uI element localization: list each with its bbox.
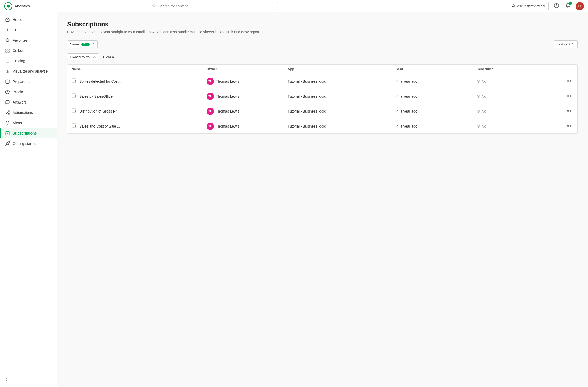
cell-name-3: Sales and Cost of Sale ... — [72, 123, 207, 129]
sent-time: a year ago — [400, 124, 417, 128]
owner-avatar-0: TL — [207, 78, 214, 85]
chart-bar-icon — [72, 108, 77, 114]
bell-icon — [5, 120, 10, 125]
check-icon: ✓ — [396, 79, 399, 83]
sidebar-item-create[interactable]: Create — [0, 25, 57, 35]
search-input[interactable] — [158, 4, 275, 8]
cell-sent-2: ✓ a year ago — [396, 109, 477, 113]
owner-avatar-2: TL — [207, 108, 214, 115]
sidebar-item-collections[interactable]: Collections — [0, 45, 57, 56]
qlik-logo-icon — [4, 2, 12, 10]
table-row: Sales and Cost of Sale ... TL Thomas Lew… — [67, 119, 577, 133]
sidebar-item-favorites[interactable]: Favorites — [0, 35, 57, 45]
col-sent: Sent — [396, 67, 477, 71]
table-row: Distribution of Gross Pr... TL Thomas Le… — [67, 104, 577, 119]
sidebar: Home Create Favorites Collections Catalo… — [0, 12, 57, 387]
user-avatar[interactable]: TL — [576, 2, 584, 10]
sidebar-item-label: Answers — [13, 100, 27, 104]
cell-owner-2: TL Thomas Lewis — [207, 108, 288, 115]
topbar: Analytics Ask Insight Advisor 1 TL — [0, 0, 588, 12]
cell-menu-2: ••• — [558, 107, 573, 115]
cell-app-3: Tutorial - Business logic — [288, 124, 396, 128]
more-options-button-1[interactable]: ••• — [564, 92, 573, 100]
clear-all-button[interactable]: Clear all — [101, 54, 117, 60]
sidebar-item-label: Automations — [13, 110, 33, 115]
main-content: Subscriptions Have charts or sheets sent… — [57, 12, 588, 387]
topbar-actions: Ask Insight Advisor 1 TL — [508, 2, 584, 10]
cell-app-2: Tutorial - Business logic — [288, 109, 396, 113]
sidebar-item-answers[interactable]: Answers — [0, 97, 57, 107]
notifications-button[interactable]: 1 — [564, 2, 571, 10]
insight-advisor-button[interactable]: Ask Insight Advisor — [508, 2, 549, 10]
cell-name-0: Spikes detected for Cos... — [72, 78, 207, 84]
cell-sent-1: ✓ a year ago — [396, 94, 477, 98]
no-scheduled-icon: ⊘ — [477, 109, 480, 114]
sent-time: a year ago — [400, 109, 417, 113]
rocket-icon — [5, 141, 10, 146]
sidebar-item-visualize[interactable]: Visualize and analyze — [0, 66, 57, 76]
insight-advisor-icon — [511, 4, 515, 9]
cell-owner-1: TL Thomas Lewis — [207, 93, 288, 100]
home-icon — [5, 17, 10, 22]
sidebar-item-getting-started[interactable]: Getting started — [0, 138, 57, 149]
search-icon — [152, 4, 156, 9]
search-bar[interactable] — [149, 2, 278, 10]
owner-name-2: Thomas Lewis — [216, 109, 239, 113]
sidebar-item-label: Alerts — [13, 121, 22, 125]
cell-owner-3: TL Thomas Lewis — [207, 123, 288, 130]
subscriptions-table: Name Owner App Sent Scheduled Spikes det… — [67, 64, 578, 134]
cell-app-0: Tutorial - Business logic — [288, 79, 396, 83]
col-owner: Owner — [207, 67, 288, 71]
catalog-icon — [5, 58, 10, 64]
sidebar-item-prepare[interactable]: Prepare data — [0, 76, 57, 87]
col-actions — [558, 67, 573, 71]
star-icon — [5, 38, 10, 43]
sidebar-item-label: Predict — [13, 90, 24, 94]
check-icon: ✓ — [396, 124, 399, 128]
collapse-sidebar-button[interactable] — [0, 374, 57, 385]
svg-rect-9 — [6, 49, 7, 50]
chip-label: Owned by you — [70, 55, 91, 59]
row-name: Spikes detected for Cos... — [79, 79, 121, 83]
cell-sent-3: ✓ a year ago — [396, 124, 477, 128]
notification-count: 1 — [568, 2, 572, 5]
sidebar-item-catalog[interactable]: Catalog — [0, 56, 57, 66]
more-options-button-2[interactable]: ••• — [564, 107, 573, 115]
sidebar-item-home[interactable]: Home — [0, 14, 57, 25]
sort-button[interactable]: Last sent — [554, 40, 578, 48]
check-icon: ✓ — [396, 109, 399, 113]
cell-name-1: Sales by SalesOffice — [72, 93, 207, 99]
cell-owner-0: TL Thomas Lewis — [207, 78, 288, 85]
col-scheduled: Scheduled — [477, 67, 558, 71]
plus-icon — [5, 27, 10, 33]
sidebar-item-subscriptions[interactable]: Subscriptions — [0, 128, 57, 138]
sidebar-item-label: Favorites — [13, 38, 28, 42]
sidebar-item-automations[interactable]: Automations — [0, 107, 57, 118]
sidebar-item-predict[interactable]: Predict — [0, 87, 57, 97]
sidebar-item-label: Visualize and analyze — [13, 69, 48, 73]
svg-point-2 — [153, 4, 155, 7]
subscriptions-icon — [5, 131, 10, 136]
chart-bar-icon — [72, 93, 77, 99]
cell-scheduled-2: ⊘ No — [477, 109, 558, 114]
svg-point-1 — [7, 5, 10, 7]
more-options-button-3[interactable]: ••• — [564, 122, 573, 130]
predict-icon — [5, 89, 10, 94]
scheduled-value: No — [482, 94, 486, 98]
more-options-button-0[interactable]: ••• — [564, 77, 573, 85]
chart-icon — [5, 69, 10, 74]
sidebar-item-label: Create — [13, 28, 23, 32]
sidebar-item-label: Home — [13, 18, 22, 22]
help-button[interactable] — [553, 2, 560, 10]
svg-point-16 — [6, 80, 9, 81]
sidebar-item-alerts[interactable]: Alerts — [0, 118, 57, 128]
owner-filter-button[interactable]: Owner You — [67, 40, 98, 48]
cell-name-2: Distribution of Gross Pr... — [72, 108, 207, 114]
svg-rect-10 — [8, 49, 9, 50]
chip-close-button[interactable]: ✕ — [93, 55, 96, 59]
row-name: Distribution of Gross Pr... — [79, 109, 120, 113]
page-title: Subscriptions — [67, 21, 578, 28]
app-logo[interactable]: Analytics — [4, 2, 30, 10]
collection-icon — [5, 48, 10, 53]
owner-name-1: Thomas Lewis — [216, 94, 239, 98]
